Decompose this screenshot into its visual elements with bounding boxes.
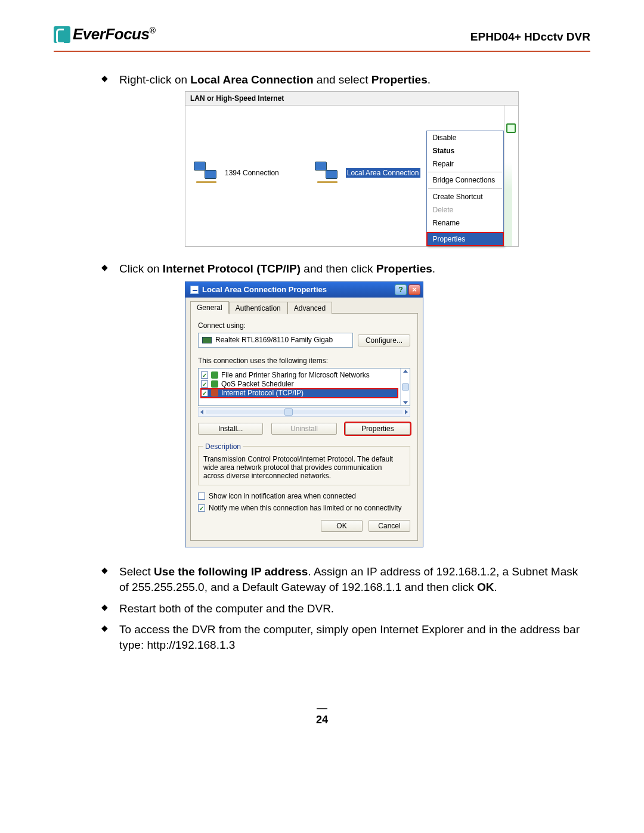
- help-button[interactable]: ?: [395, 284, 407, 295]
- bold-text: Properties: [376, 262, 432, 275]
- scroll-thumb[interactable]: [284, 408, 293, 416]
- tab-strip: General Authentication Advanced: [190, 301, 418, 314]
- text: Select: [119, 565, 154, 578]
- service-icon: [211, 380, 218, 388]
- tab-panel-general: Connect using: Realtek RTL8169/8110 Fami…: [190, 313, 418, 541]
- checkbox-icon[interactable]: ✓: [201, 380, 208, 388]
- scroll-thumb[interactable]: [402, 383, 409, 391]
- uninstall-button: Uninstall: [271, 423, 336, 435]
- properties-button[interactable]: Properties: [345, 423, 410, 435]
- show-icon-checkbox-row[interactable]: Show icon in notification area when conn…: [198, 491, 410, 501]
- text: and then click: [301, 262, 376, 275]
- item-label: Internet Protocol (TCP/IP): [221, 389, 304, 398]
- checkbox-icon[interactable]: ✓: [198, 504, 205, 512]
- items-listbox[interactable]: ✓ File and Printer Sharing for Microsoft…: [198, 368, 410, 406]
- checkbox-icon[interactable]: [198, 493, 205, 500]
- connect-using-label: Connect using:: [198, 321, 410, 330]
- text: .: [428, 73, 431, 86]
- text: .: [432, 262, 435, 275]
- description-group: Description Transmission Control Protoco…: [198, 442, 410, 485]
- bold-text: Internet Protocol (TCP/IP): [163, 262, 301, 275]
- item-label: File and Printer Sharing for Microsoft N…: [221, 371, 370, 380]
- menu-properties[interactable]: Properties: [427, 233, 503, 246]
- bold-text: OK: [477, 581, 494, 593]
- scroll-up-icon[interactable]: [403, 370, 408, 373]
- notify-checkbox-row[interactable]: ✓ Notify me when this connection has lim…: [198, 503, 410, 513]
- configure-button[interactable]: Configure...: [358, 335, 410, 346]
- menu-separator: [428, 231, 502, 231]
- dialog-titlebar: Local Area Connection Properties ? ×: [185, 282, 423, 298]
- connection-1394[interactable]: 1394 Connection: [194, 117, 279, 229]
- description-legend: Description: [203, 442, 243, 451]
- menu-repair[interactable]: Repair: [427, 157, 503, 171]
- protocol-icon: [211, 389, 218, 397]
- checkbox-label: Show icon in notification area when conn…: [209, 491, 356, 501]
- step-3: Select Use the following IP address. Ass…: [101, 564, 584, 594]
- install-button[interactable]: Install...: [198, 423, 263, 435]
- bold-text: Use the following IP address: [154, 565, 308, 578]
- dialog-title: Local Area Connection Properties: [202, 284, 327, 295]
- screenshot-network-connections: LAN or High-Speed Internet 1394 Connecti…: [185, 91, 519, 247]
- brand-mark-icon: [54, 26, 70, 43]
- item-label: QoS Packet Scheduler: [221, 380, 293, 389]
- step-1: Right-click on Local Area Connection and…: [101, 72, 584, 247]
- brand-logo: EverFocus®: [54, 24, 155, 45]
- checkbox-icon[interactable]: ✓: [201, 371, 208, 379]
- brand-name: EverFocus®: [73, 24, 155, 45]
- group-heading: LAN or High-Speed Internet: [185, 92, 518, 106]
- menu-rename[interactable]: Rename: [427, 216, 503, 230]
- step-2: Click on Internet Protocol (TCP/IP) and …: [101, 261, 584, 547]
- close-button[interactable]: ×: [408, 284, 420, 295]
- model-name: EPHD04+ HDcctv DVR: [470, 29, 590, 45]
- adapter-field: Realtek RTL8169/8110 Family Gigab: [198, 333, 353, 347]
- scroll-down-icon[interactable]: [403, 401, 408, 404]
- connection-label-selected: Local Area Connection: [346, 168, 420, 178]
- page-number-value: 24: [316, 714, 328, 726]
- text: and select: [314, 73, 371, 86]
- horizontal-scrollbar[interactable]: [198, 407, 410, 417]
- menu-separator: [428, 172, 502, 172]
- step-5: To access the DVR from the computer, sim…: [101, 622, 584, 652]
- context-menu: Disable Status Repair Bridge Connections…: [426, 131, 504, 247]
- connection-label: 1394 Connection: [225, 168, 279, 178]
- tab-authentication[interactable]: Authentication: [229, 302, 287, 314]
- window-edge-icon: [504, 106, 512, 247]
- list-item[interactable]: ✓ QoS Packet Scheduler: [201, 380, 398, 389]
- bold-text: Properties: [371, 73, 428, 86]
- service-icon: [211, 371, 218, 379]
- list-item[interactable]: ✓ File and Printer Sharing for Microsoft…: [201, 371, 398, 380]
- document-header: EverFocus® EPHD04+ HDcctv DVR: [54, 24, 590, 52]
- scroll-left-icon[interactable]: [200, 410, 203, 414]
- menu-delete: Delete: [427, 203, 503, 216]
- network-icon: [315, 162, 341, 184]
- checkbox-icon[interactable]: ✓: [201, 389, 208, 397]
- adapter-name: Realtek RTL8169/8110 Family Gigab: [215, 335, 333, 345]
- scroll-right-icon[interactable]: [405, 410, 408, 414]
- tab-advanced[interactable]: Advanced: [287, 302, 332, 314]
- page-number: — 24: [54, 701, 590, 727]
- menu-bridge[interactable]: Bridge Connections: [427, 174, 503, 187]
- window-icon: [190, 286, 199, 294]
- cancel-button[interactable]: Cancel: [369, 520, 410, 532]
- menu-disable[interactable]: Disable: [427, 131, 503, 144]
- nic-icon: [202, 337, 212, 343]
- text: Right-click on: [119, 73, 190, 86]
- menu-separator: [428, 188, 502, 189]
- screenshot-lan-properties-dialog: Local Area Connection Properties ? × Gen…: [185, 281, 423, 547]
- bold-text: Local Area Connection: [190, 73, 313, 86]
- vertical-scrollbar[interactable]: [400, 368, 410, 405]
- items-label: This connection uses the following items…: [198, 356, 410, 366]
- list-item-tcpip[interactable]: ✓ Internet Protocol (TCP/IP): [201, 389, 398, 398]
- menu-status[interactable]: Status: [427, 144, 503, 157]
- step-4: Restart both of the computer and the DVR…: [101, 601, 584, 617]
- description-text: Transmission Control Protocol/Internet P…: [203, 455, 405, 480]
- connection-lan[interactable]: Local Area Connection: [315, 117, 420, 229]
- text: .: [494, 581, 497, 593]
- ok-button[interactable]: OK: [321, 520, 363, 532]
- network-icon: [194, 162, 220, 184]
- checkbox-label: Notify me when this connection has limit…: [209, 503, 402, 513]
- text: Click on: [119, 262, 163, 275]
- tab-general[interactable]: General: [190, 301, 229, 314]
- menu-shortcut[interactable]: Create Shortcut: [427, 190, 503, 203]
